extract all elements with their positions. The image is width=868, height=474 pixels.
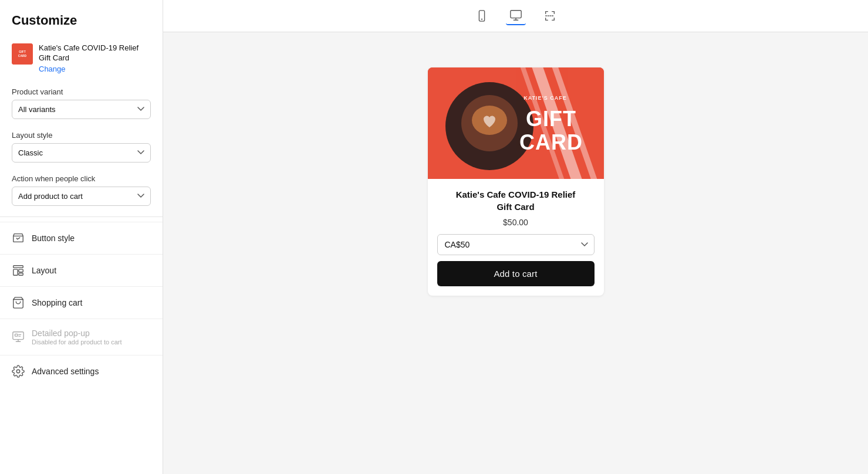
detailed-popup-label: Detailed pop-up bbox=[32, 329, 121, 338]
svg-text:CARD: CARD bbox=[18, 54, 27, 57]
svg-point-12 bbox=[16, 370, 20, 373]
popup-icon bbox=[12, 330, 25, 343]
product-thumbnail: GIFT CARD bbox=[12, 43, 33, 65]
desktop-preview-button[interactable] bbox=[506, 6, 526, 25]
preview-area: KATIE'S CAFE GIFT CARD Katie's Cafe COVI… bbox=[163, 32, 868, 474]
sidebar-item-button-style[interactable]: Button style bbox=[0, 222, 163, 254]
mobile-icon bbox=[475, 9, 488, 22]
advanced-settings-label: Advanced settings bbox=[32, 367, 99, 376]
shopping-cart-label: Shopping cart bbox=[32, 298, 82, 307]
svg-rect-3 bbox=[13, 266, 23, 268]
product-name: Katie's Cafe COVID-19 Relief Gift Card bbox=[39, 43, 151, 63]
layout-style-label: Layout style bbox=[12, 131, 151, 140]
svg-text:CARD: CARD bbox=[519, 130, 583, 154]
svg-rect-8 bbox=[13, 332, 23, 340]
sidebar-item-layout[interactable]: Layout bbox=[0, 254, 163, 286]
product-card-body: Katie's Cafe COVID-19 ReliefGift Card $5… bbox=[428, 179, 604, 296]
layout-style-select[interactable]: Classic bbox=[12, 143, 151, 162]
layout-label: Layout bbox=[32, 266, 56, 275]
gift-card-svg: KATIE'S CAFE GIFT CARD bbox=[428, 67, 604, 179]
sidebar-item-detailed-popup: Detailed pop-up Disabled for add product… bbox=[0, 319, 163, 355]
product-variant-section: Product variant All variants bbox=[0, 82, 163, 125]
desktop-icon bbox=[509, 9, 522, 22]
main-area: KATIE'S CAFE GIFT CARD Katie's Cafe COVI… bbox=[163, 0, 868, 474]
svg-rect-4 bbox=[13, 269, 18, 275]
settings-icon bbox=[12, 365, 25, 378]
card-variant-select[interactable]: CA$50 bbox=[437, 234, 595, 255]
preview-toolbar bbox=[163, 0, 868, 32]
svg-rect-6 bbox=[19, 273, 23, 275]
layout-style-section: Layout style Classic bbox=[0, 125, 163, 168]
page-title: Customize bbox=[0, 0, 163, 38]
product-row: GIFT CARD Katie's Cafe COVID-19 Relief G… bbox=[0, 38, 163, 82]
sidebar: Customize GIFT CARD Katie's Cafe COVID-1… bbox=[0, 0, 163, 474]
card-product-title: Katie's Cafe COVID-19 ReliefGift Card bbox=[437, 188, 595, 213]
sidebar-item-advanced-settings[interactable]: Advanced settings bbox=[0, 355, 163, 387]
cart-icon bbox=[12, 296, 25, 309]
product-info: Katie's Cafe COVID-19 Relief Gift Card C… bbox=[39, 43, 151, 73]
action-click-label: Action when people click bbox=[12, 174, 151, 183]
layout-icon bbox=[12, 264, 25, 277]
product-thumb-icon: GIFT CARD bbox=[12, 43, 33, 65]
svg-rect-15 bbox=[510, 11, 521, 18]
product-variant-select[interactable]: All variants bbox=[12, 100, 151, 119]
popup-label-wrap: Detailed pop-up Disabled for add product… bbox=[32, 329, 121, 346]
svg-text:GIFT: GIFT bbox=[526, 107, 576, 131]
action-click-select[interactable]: Add product to cart bbox=[12, 187, 151, 206]
card-product-price: $50.00 bbox=[437, 218, 595, 227]
stretch-icon bbox=[543, 9, 556, 22]
svg-text:GIFT: GIFT bbox=[19, 50, 25, 53]
svg-rect-5 bbox=[19, 269, 23, 272]
button-style-icon bbox=[12, 232, 25, 245]
button-style-label: Button style bbox=[32, 233, 75, 243]
stretch-preview-button[interactable] bbox=[540, 7, 560, 25]
product-card: KATIE'S CAFE GIFT CARD Katie's Cafe COVI… bbox=[428, 67, 604, 296]
add-to-cart-button[interactable]: Add to cart bbox=[437, 261, 595, 286]
svg-rect-9 bbox=[15, 334, 18, 337]
sidebar-item-shopping-cart[interactable]: Shopping cart bbox=[0, 286, 163, 319]
product-variant-label: Product variant bbox=[12, 87, 151, 96]
svg-text:KATIE'S CAFE: KATIE'S CAFE bbox=[523, 95, 566, 101]
divider-1 bbox=[0, 216, 163, 217]
mobile-preview-button[interactable] bbox=[472, 7, 492, 25]
detailed-popup-sublabel: Disabled for add product to cart bbox=[32, 338, 121, 346]
action-click-section: Action when people click Add product to … bbox=[0, 168, 163, 212]
product-card-image: KATIE'S CAFE GIFT CARD bbox=[428, 67, 604, 179]
product-change-link[interactable]: Change bbox=[39, 65, 151, 73]
